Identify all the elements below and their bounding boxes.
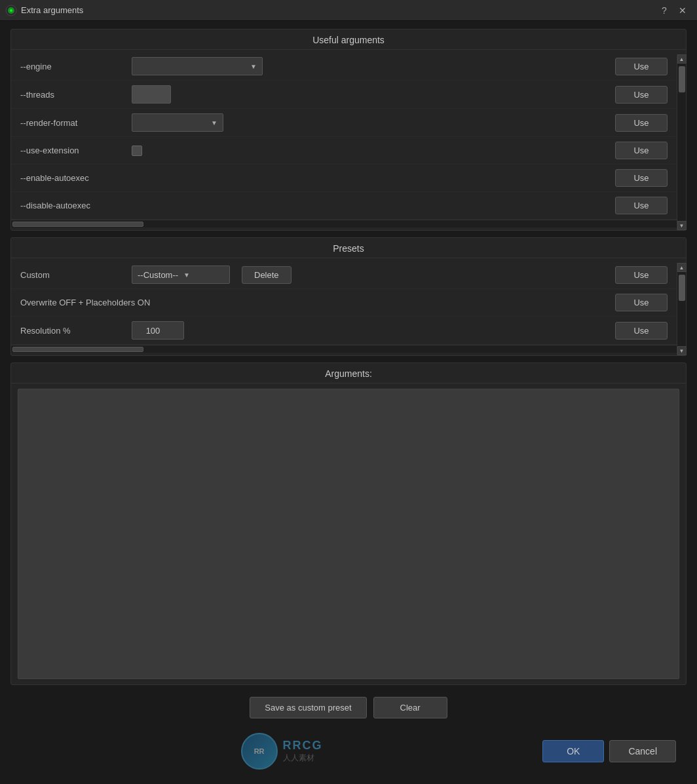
use-extension-label: --use-extension bbox=[20, 146, 132, 155]
dialog-body: Useful arguments --engine ▼ Use --thread… bbox=[0, 21, 697, 784]
arguments-textarea[interactable] bbox=[18, 389, 679, 679]
presets-section: Presets Custom --Custom-- ▼ Delete Use O… bbox=[10, 237, 687, 356]
custom-preset-dropdown[interactable]: --Custom-- ▼ bbox=[132, 265, 230, 284]
disable-autoexec-row: --disable-autoexec Use bbox=[11, 192, 677, 220]
presets-content: Custom --Custom-- ▼ Delete Use Overwrite… bbox=[11, 258, 686, 355]
presets-title: Presets bbox=[11, 238, 686, 258]
svg-point-2 bbox=[10, 9, 12, 12]
enable-autoexec-use-button[interactable]: Use bbox=[615, 169, 668, 187]
h-scroll-thumb[interactable] bbox=[12, 222, 143, 227]
threads-row: --threads Use bbox=[11, 81, 677, 109]
custom-label: Custom bbox=[20, 270, 132, 280]
ok-button[interactable]: OK bbox=[542, 740, 604, 762]
custom-use-button[interactable]: Use bbox=[615, 266, 668, 284]
use-extension-checkbox[interactable] bbox=[132, 146, 142, 156]
watermark-logo: RR bbox=[241, 733, 278, 770]
arguments-section: Arguments: bbox=[10, 363, 687, 685]
render-format-dropdown[interactable]: ▼ bbox=[132, 113, 223, 132]
overwrite-label: Overwrite OFF + Placeholders ON bbox=[20, 298, 282, 307]
useful-arguments-section: Useful arguments --engine ▼ Use --thread… bbox=[10, 29, 687, 231]
watermark-main-text: RRCG bbox=[283, 739, 323, 753]
chevron-down-icon: ▼ bbox=[211, 119, 217, 127]
resolution-use-button[interactable]: Use bbox=[615, 322, 668, 340]
engine-control: ▼ bbox=[132, 57, 615, 75]
resolution-row: Resolution % Use bbox=[11, 317, 677, 345]
close-button[interactable]: ✕ bbox=[673, 1, 692, 20]
titlebar: Extra arguments ? ✕ bbox=[0, 0, 697, 21]
custom-dropdown-value: --Custom-- bbox=[138, 270, 178, 280]
presets-h-scrollbar[interactable] bbox=[11, 345, 677, 353]
clear-button[interactable]: Clear bbox=[373, 697, 447, 718]
overwrite-row: Overwrite OFF + Placeholders ON Use bbox=[11, 289, 677, 317]
window-title: Extra arguments bbox=[21, 5, 655, 15]
save-preset-button[interactable]: Save as custom preset bbox=[250, 697, 366, 718]
v-scrollbar-presets[interactable]: ▲ ▼ bbox=[677, 263, 686, 355]
scroll-up-arrow[interactable]: ▲ bbox=[677, 54, 687, 64]
threads-label: --threads bbox=[20, 90, 132, 100]
engine-label: --engine bbox=[20, 62, 132, 71]
scroll-down-arrow[interactable]: ▼ bbox=[677, 346, 687, 355]
watermark-text-block: RRCG 人人素材 bbox=[283, 739, 323, 764]
disable-autoexec-label: --disable-autoexec bbox=[20, 201, 132, 210]
useful-arguments-content: --engine ▼ Use --threads Use --r bbox=[11, 50, 686, 230]
cancel-button[interactable]: Cancel bbox=[609, 740, 676, 762]
disable-autoexec-use-button[interactable]: Use bbox=[615, 197, 668, 214]
presets-h-scroll-thumb[interactable] bbox=[12, 347, 143, 352]
render-format-use-button[interactable]: Use bbox=[615, 114, 668, 132]
watermark-sub-text: 人人素材 bbox=[283, 753, 323, 764]
use-extension-row: --use-extension Use bbox=[11, 137, 677, 165]
watermark-container: RR RRCG 人人素材 bbox=[241, 733, 323, 770]
scroll-track[interactable] bbox=[677, 64, 686, 221]
enable-autoexec-label: --enable-autoexec bbox=[20, 173, 132, 183]
use-extension-control bbox=[132, 146, 615, 156]
render-format-row: --render-format ▼ Use bbox=[11, 109, 677, 137]
scroll-thumb bbox=[679, 275, 685, 301]
use-extension-use-button[interactable]: Use bbox=[615, 142, 668, 159]
overwrite-use-button[interactable]: Use bbox=[615, 294, 668, 311]
scroll-down-arrow[interactable]: ▼ bbox=[677, 221, 687, 230]
h-scrollbar[interactable] bbox=[11, 220, 677, 227]
scroll-track[interactable] bbox=[677, 272, 686, 346]
custom-control: --Custom-- ▼ Delete bbox=[132, 265, 615, 284]
engine-use-button[interactable]: Use bbox=[615, 58, 668, 75]
threads-input[interactable] bbox=[132, 85, 171, 104]
bottom-buttons: Save as custom preset Clear bbox=[10, 692, 687, 721]
footer: RR RRCG 人人素材 OK Cancel bbox=[10, 728, 687, 776]
arguments-title: Arguments: bbox=[11, 363, 686, 383]
resolution-input[interactable] bbox=[132, 321, 184, 340]
render-format-label: --render-format bbox=[20, 118, 132, 128]
useful-arguments-title: Useful arguments bbox=[11, 29, 686, 50]
resolution-control bbox=[132, 321, 615, 340]
render-format-control: ▼ bbox=[132, 113, 615, 132]
delete-preset-button[interactable]: Delete bbox=[242, 266, 292, 284]
chevron-down-icon: ▼ bbox=[250, 63, 257, 70]
custom-preset-row: Custom --Custom-- ▼ Delete Use bbox=[11, 261, 677, 289]
app-icon bbox=[5, 5, 17, 16]
threads-control bbox=[132, 85, 615, 104]
chevron-down-icon: ▼ bbox=[183, 271, 190, 279]
enable-autoexec-row: --enable-autoexec Use bbox=[11, 165, 677, 192]
help-button[interactable]: ? bbox=[655, 1, 673, 20]
engine-dropdown[interactable]: ▼ bbox=[132, 57, 263, 75]
threads-use-button[interactable]: Use bbox=[615, 86, 668, 104]
resolution-label: Resolution % bbox=[20, 326, 132, 336]
scroll-thumb bbox=[679, 66, 685, 92]
scroll-up-arrow[interactable]: ▲ bbox=[677, 263, 687, 272]
v-scrollbar-useful[interactable]: ▲ ▼ bbox=[677, 54, 686, 230]
engine-row: --engine ▼ Use bbox=[11, 52, 677, 81]
watermark: RR RRCG 人人素材 bbox=[21, 733, 542, 770]
